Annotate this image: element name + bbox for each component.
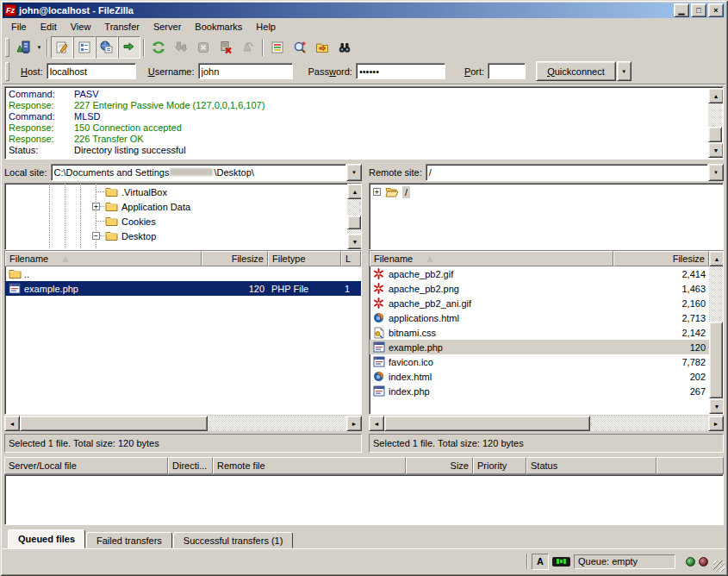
refresh-button[interactable] — [147, 36, 170, 59]
process-queue-button[interactable] — [170, 36, 192, 59]
queue-column-size[interactable]: Size — [406, 457, 473, 474]
toggle-message-log-button[interactable] — [51, 36, 73, 59]
tree-item-cookies[interactable]: Cookies — [5, 214, 347, 229]
maximize-button[interactable]: □ — [691, 3, 706, 17]
scroll-up-icon[interactable]: ▲ — [347, 184, 362, 199]
scrollbar-thumb[interactable] — [709, 322, 723, 398]
password-input[interactable] — [356, 63, 445, 79]
local-site-combobox[interactable]: C:\Documents and Settings\Desktop\ ▼ — [51, 164, 362, 181]
file-row[interactable]: favicon.ico 7,782 — [370, 354, 709, 369]
find-files-button[interactable] — [333, 36, 356, 59]
title-bar[interactable]: Fz john@localhost - FileZilla ▁ □ × — [3, 3, 725, 18]
column-header-filename[interactable]: Filename — [5, 251, 202, 266]
reconnect-button[interactable] — [237, 36, 259, 59]
quickconnect-dropdown[interactable]: ▼ — [617, 61, 632, 81]
scroll-right-icon[interactable]: ► — [708, 416, 724, 431]
scroll-left-icon[interactable]: ◄ — [369, 416, 384, 431]
tree-item-application-data[interactable]: + Application Data — [5, 199, 347, 214]
expand-icon[interactable]: + — [92, 203, 100, 210]
menu-edit[interactable]: Edit — [34, 19, 64, 34]
menu-transfer[interactable]: Transfer — [97, 19, 146, 34]
menu-help[interactable]: Help — [249, 19, 283, 34]
queue-column-status[interactable]: Status — [526, 457, 656, 474]
scroll-down-icon[interactable]: ▼ — [709, 398, 724, 414]
file-row[interactable]: bitnami.css 2,142 — [370, 325, 709, 340]
queue-column-direction[interactable]: Directi... — [168, 457, 213, 474]
remote-horizontal-scrollbar[interactable]: ◄ ► — [369, 416, 724, 431]
scroll-up-icon[interactable]: ▲ — [709, 251, 724, 266]
host-input[interactable] — [47, 63, 136, 79]
scrollbar-thumb[interactable] — [20, 416, 208, 431]
column-header-filename[interactable]: Filename — [370, 251, 613, 266]
queue-size-indicator[interactable]: Queue: empty — [574, 554, 675, 569]
menu-view[interactable]: View — [64, 19, 98, 34]
queue-list[interactable] — [4, 474, 724, 525]
synchronized-browsing-button[interactable] — [311, 36, 333, 59]
scrollbar-thumb[interactable] — [708, 127, 722, 142]
file-row[interactable]: apache_pb2_ani.gif 2,160 — [370, 296, 709, 310]
ascii-data-type-icon[interactable]: A — [532, 554, 549, 570]
scroll-left-icon[interactable]: ◄ — [4, 416, 20, 431]
queue-column-server-local-file[interactable]: Server/Local file — [4, 457, 168, 474]
minimize-button[interactable]: ▁ — [674, 3, 689, 17]
toolbar-grip[interactable] — [5, 38, 9, 57]
menu-server[interactable]: Server — [146, 19, 188, 34]
file-row-parent-dir[interactable]: .. — [5, 266, 361, 281]
filter-button[interactable] — [266, 36, 289, 59]
app-icon[interactable]: Fz — [4, 4, 16, 16]
toggle-transfer-queue-button[interactable] — [118, 36, 140, 59]
tree-item-root[interactable]: + / — [370, 185, 723, 199]
scroll-right-icon[interactable]: ► — [346, 416, 362, 431]
toggle-remote-tree-button[interactable] — [96, 36, 118, 59]
remote-site-combobox[interactable]: / ▼ — [426, 164, 724, 181]
scroll-up-icon[interactable]: ▲ — [708, 88, 724, 103]
local-site-path[interactable]: C:\Documents and Settings\Desktop\ — [51, 164, 346, 181]
local-site-dropdown[interactable]: ▼ — [346, 164, 362, 181]
port-input[interactable] — [488, 63, 526, 79]
remote-list-scrollbar[interactable]: ▲ ▼ — [709, 251, 723, 414]
tab-failed-transfers[interactable]: Failed transfers — [86, 532, 172, 548]
file-row-example-php[interactable]: example.php 120 — [370, 340, 709, 354]
file-row[interactable]: index.php 267 — [370, 384, 709, 398]
tab-successful-transfers[interactable]: Successful transfers (1) — [173, 532, 294, 548]
disconnect-button[interactable] — [215, 36, 237, 59]
file-row[interactable]: apache_pb2.png 1,463 — [370, 281, 709, 296]
menu-file[interactable]: File — [4, 19, 34, 34]
directory-comparison-button[interactable] — [289, 36, 311, 59]
column-header-filesize[interactable]: Filesize — [613, 251, 709, 266]
file-row-example-php[interactable]: example.php 120 PHP File 1 — [5, 281, 361, 296]
log-scrollbar[interactable]: ▲ ▼ — [708, 88, 722, 158]
remote-site-path[interactable]: / — [426, 164, 708, 181]
remote-site-dropdown[interactable]: ▼ — [708, 164, 724, 181]
scroll-down-icon[interactable]: ▼ — [708, 142, 724, 158]
site-manager-dropdown[interactable]: ▼ — [34, 37, 44, 58]
toggle-local-tree-button[interactable] — [73, 36, 96, 59]
file-row[interactable]: applications.html 2,713 — [370, 310, 709, 325]
scroll-down-icon[interactable]: ▼ — [347, 234, 362, 249]
local-tree-scrollbar[interactable]: ▲ ▼ — [347, 184, 361, 249]
resize-grip[interactable] — [713, 560, 725, 572]
tree-item-virtualbox[interactable]: .VirtualBox — [5, 185, 347, 199]
queue-column-remote-file[interactable]: Remote file — [213, 457, 406, 474]
expand-icon[interactable]: + — [373, 188, 381, 196]
local-horizontal-scrollbar[interactable]: ◄ ► — [4, 416, 362, 431]
tab-queued-files[interactable]: Queued files — [8, 529, 85, 548]
site-manager-button[interactable] — [12, 36, 34, 59]
column-header-last-modified[interactable]: L — [341, 251, 361, 266]
collapse-icon[interactable]: − — [92, 232, 100, 240]
quickconnect-button[interactable]: Quickconnect — [536, 61, 616, 81]
menu-bookmarks[interactable]: Bookmarks — [188, 19, 249, 34]
close-button[interactable]: × — [708, 3, 724, 17]
column-header-filetype[interactable]: Filetype — [268, 251, 341, 266]
scrollbar-thumb[interactable] — [384, 416, 590, 431]
speed-limit-indicator-icon[interactable] — [552, 557, 570, 567]
column-header-filesize[interactable]: Filesize — [202, 251, 268, 266]
cancel-button[interactable] — [192, 36, 215, 59]
file-row[interactable]: index.html 202 — [370, 369, 709, 384]
queue-column-priority[interactable]: Priority — [473, 457, 526, 474]
quickconnect-grip[interactable] — [5, 62, 9, 81]
scrollbar-thumb[interactable] — [347, 216, 361, 229]
username-input[interactable] — [198, 63, 293, 79]
file-row[interactable]: apache_pb2.gif 2,414 — [370, 266, 709, 281]
tree-item-desktop[interactable]: − Desktop — [5, 229, 347, 243]
